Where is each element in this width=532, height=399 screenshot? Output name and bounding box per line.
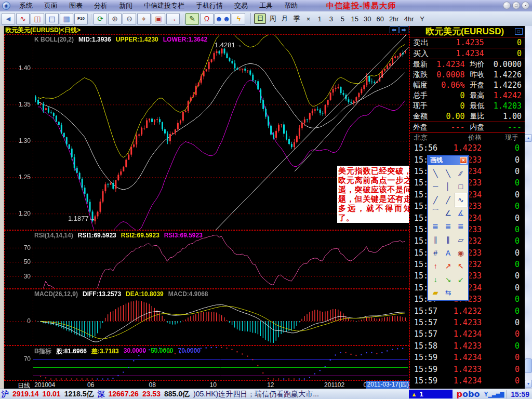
cycle-lines-tool[interactable]: ∥	[442, 233, 454, 247]
market-index-segment: 深	[97, 390, 104, 399]
gann-circle-tool[interactable]: ◉	[455, 246, 467, 260]
zoom-out-button[interactable]: ⊖	[123, 13, 136, 25]
lightning-button[interactable]: ϟ	[232, 13, 245, 25]
arrow-up-right-tool[interactable]: ↗	[442, 260, 454, 273]
menu-item[interactable]: 新闻	[113, 1, 138, 11]
gann-fan-tool[interactable]: ∡	[455, 207, 467, 220]
tape-volume: 0	[482, 271, 525, 281]
panel-maximize-button[interactable]: □	[515, 28, 523, 35]
regression-tool[interactable]: #	[429, 246, 442, 260]
eraser-tool[interactable]: ▰	[429, 286, 442, 300]
zoom-in-button[interactable]: ⊕	[108, 13, 122, 25]
tape-scrollbar[interactable]: ▲ ▼	[525, 26, 532, 389]
maximize-button[interactable]: □	[512, 2, 520, 9]
quote-label: 最低	[470, 101, 492, 111]
period-button[interactable]: 月	[279, 14, 290, 24]
time-axis: 日线 2010040608101220110203 2011-03-17(四)	[4, 380, 409, 389]
chart-note-annotation[interactable]: 美元指数已经突破，欧元离前高点一步之遥，突破应该不是问题，但关键是还有走多远，就…	[337, 166, 409, 223]
period-button[interactable]: ×	[303, 14, 313, 24]
menu-item[interactable]: 手机行情	[190, 1, 229, 11]
angle-tool[interactable]: ∠	[442, 207, 454, 220]
tape-volume: 0	[482, 236, 525, 246]
scrollbar-thumb[interactable]	[525, 358, 532, 373]
rectangle-tool[interactable]: □	[455, 180, 467, 194]
main-chart-pane[interactable]: K BOLL(20,2)MID:1.3936UPPER:1.4230LOWER:…	[4, 34, 409, 230]
macd-canvas[interactable]	[5, 289, 409, 345]
window-switch-button[interactable]: ▣	[152, 13, 165, 25]
menu-item[interactable]: 分析	[88, 1, 113, 11]
period-button[interactable]: 15	[349, 14, 360, 24]
period-button[interactable]: 30	[362, 14, 373, 24]
period-button[interactable]: 日	[254, 14, 266, 24]
title-bar[interactable]: ◉ 系统页面图表分析新闻中信建投专栏手机行情交易工具帮助 中信建投-博易大师 —…	[0, 0, 532, 11]
parallel-lines-tool[interactable]: ∕∕	[455, 167, 467, 180]
arrow-up-tool[interactable]: ↑	[429, 260, 442, 273]
alert-indicator[interactable]: ▲ 1	[409, 390, 453, 398]
scroll-up-button[interactable]: ▲	[525, 134, 532, 142]
segment-line-tool[interactable]: ╱	[429, 193, 442, 207]
f10-button[interactable]: F10	[74, 13, 88, 25]
menu-item[interactable]: 交易	[229, 1, 254, 11]
menu-item[interactable]: 页面	[38, 1, 63, 11]
ray-line-tool[interactable]: ╲	[442, 167, 454, 180]
period-button[interactable]: 5	[337, 14, 348, 24]
period-button[interactable]: 1	[314, 14, 325, 24]
text-tool[interactable]: A	[442, 246, 454, 260]
menu-item[interactable]: 工具	[254, 1, 278, 11]
arrow-segment-tool[interactable]: ╱	[442, 193, 454, 207]
arrow-up-left-tool[interactable]: ↖	[455, 260, 467, 273]
draw-button[interactable]: ✎	[185, 13, 199, 25]
trend-line-tool[interactable]: ╲	[429, 167, 442, 180]
arrow-down-left-tool[interactable]: ↙	[455, 273, 467, 286]
next-window-button[interactable]: →	[166, 13, 180, 25]
palette-title-bar[interactable]: 画线 ×	[428, 156, 468, 165]
kline-chart-button[interactable]: ◫	[31, 13, 44, 25]
report-button[interactable]: ▦	[60, 13, 73, 25]
drag-button[interactable]: ⌖	[137, 13, 151, 25]
menu-item[interactable]: 系统	[14, 1, 38, 11]
period-button[interactable]: 2hr	[387, 14, 401, 24]
b-indicator-pane[interactable]: B指标股:81.6966差:3.718330.000050.000070.000…	[4, 345, 409, 380]
alarm-button[interactable]: Ω	[200, 13, 214, 25]
fib-timezones-tool[interactable]: ∥	[429, 233, 442, 247]
quote-list-button[interactable]: ▤	[45, 13, 59, 25]
close-button[interactable]: ×	[522, 2, 529, 9]
period-button[interactable]: 周	[267, 14, 278, 24]
period-button[interactable]: Y	[417, 14, 427, 24]
arrow-down-right-tool[interactable]: ↘	[442, 273, 454, 286]
arc-tool[interactable]: ⌒	[429, 207, 442, 220]
channel-tool[interactable]: ▱	[455, 233, 467, 247]
scroll-down-button[interactable]: ▼	[525, 380, 532, 388]
macd-pane[interactable]: MACD(26,12,9)DIFF:13.2573DEA:10.8039MACD…	[4, 289, 409, 345]
fib-retracement-tool[interactable]: ≣	[429, 220, 442, 233]
period-button[interactable]: 3	[326, 14, 336, 24]
percent-lines-tool[interactable]: ≣	[455, 220, 467, 233]
refresh-button[interactable]: ⟳	[94, 13, 107, 25]
menu-item[interactable]: 帮助	[278, 1, 303, 11]
arrow-down-tool[interactable]: ↓	[429, 273, 442, 286]
current-date-badge[interactable]: 2011-03-17(四)	[366, 381, 410, 389]
menu-item[interactable]: 图表	[63, 1, 88, 11]
fib-expansion-tool[interactable]: ≣	[442, 220, 454, 233]
horizontal-line-tool[interactable]: ─	[429, 180, 442, 194]
menu-item[interactable]: 中信建投专栏	[138, 1, 190, 11]
line-chart-button[interactable]: ∿	[16, 13, 30, 25]
quote-value: 1.4226	[492, 81, 522, 90]
scroll-right-button[interactable]: ⇨	[400, 26, 408, 33]
quote-row: 最新 1.4234 均价 0.0000	[410, 59, 525, 70]
palette-close-button[interactable]: ×	[460, 157, 467, 164]
back-button[interactable]: ◄	[2, 13, 15, 25]
vertical-line-tool[interactable]: │	[442, 180, 454, 194]
wave-line-tool[interactable]: ∿	[455, 193, 467, 207]
quote-value: 0.0000	[492, 60, 522, 69]
period-button[interactable]: 4hr	[402, 14, 416, 24]
scroll-left-button[interactable]: ⇦	[390, 26, 398, 33]
users-button[interactable]: ☻☻	[215, 13, 231, 25]
quote-label: 金额	[413, 112, 435, 121]
rsi-pane[interactable]: RSI(14,14,14)RSI1:69.5923RSI2:69.5923RSI…	[4, 230, 409, 289]
period-button[interactable]: 60	[374, 14, 385, 24]
hide-palette-tool[interactable]: ⇆	[442, 286, 454, 300]
minimize-button[interactable]: —	[503, 2, 511, 9]
rsi-canvas[interactable]	[5, 231, 409, 288]
period-button[interactable]: 季	[291, 14, 302, 24]
